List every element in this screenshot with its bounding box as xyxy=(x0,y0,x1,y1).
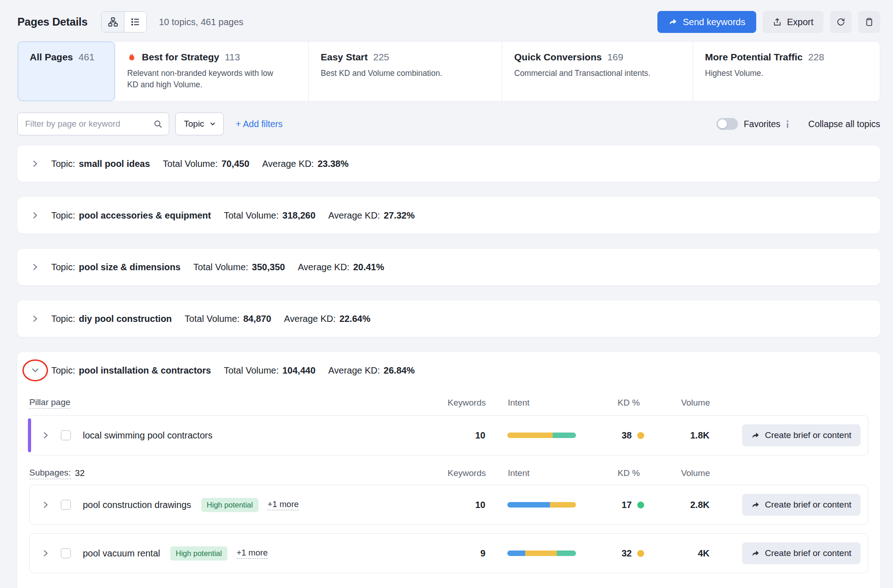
total-volume-label: Total Volume: xyxy=(194,262,248,273)
page-title: Pages Details xyxy=(17,16,87,28)
refresh-button[interactable] xyxy=(830,11,852,33)
row-checkbox[interactable] xyxy=(61,430,71,440)
magnifier-icon[interactable] xyxy=(153,119,162,128)
keywords-count: 10 xyxy=(435,500,485,510)
total-volume-value: 104,440 xyxy=(282,365,315,376)
average-kd-label: Average KD: xyxy=(328,365,380,376)
send-keywords-button[interactable]: Send keywords xyxy=(657,11,756,33)
row-checkbox[interactable] xyxy=(61,500,71,510)
topic-prefix: Topic: xyxy=(51,262,75,273)
page-title-text: pool vacuum rental xyxy=(83,548,160,559)
column-keywords: Keywords xyxy=(436,398,486,408)
topic-card-pool-installation-expanded: Topic: pool installation & contractors T… xyxy=(17,352,880,588)
kd-value: 17 xyxy=(617,500,632,510)
topical-view-button[interactable] xyxy=(102,12,124,32)
filter-bar: Topic + Add filters Favorites Collapse a… xyxy=(17,112,880,135)
tab-count: 461 xyxy=(79,52,95,63)
create-brief-button[interactable]: Create brief or content xyxy=(742,542,861,564)
expand-chevron-icon[interactable] xyxy=(42,501,50,509)
topic-row-diy-pool-construction[interactable]: Topic: diy pool construction Total Volum… xyxy=(17,300,880,337)
collapse-all-topics-link[interactable]: Collapse all topics xyxy=(808,119,880,129)
collapse-chevron[interactable] xyxy=(31,366,39,374)
sitemap-icon xyxy=(108,17,118,27)
topic-dropdown-value: Topic xyxy=(184,119,204,129)
favorites-toggle[interactable] xyxy=(716,118,738,130)
subpage-row-pool-construction-drawings[interactable]: pool construction drawings High potentia… xyxy=(29,485,868,525)
tab-all-pages[interactable]: All Pages 461 xyxy=(18,42,115,101)
export-button[interactable]: Export xyxy=(763,11,823,33)
pillar-page-label[interactable]: Pillar page xyxy=(29,397,70,409)
more-badges-link[interactable]: +1 more xyxy=(237,548,268,559)
create-brief-label: Create brief or content xyxy=(765,500,851,510)
topic-name: pool accessories & equipment xyxy=(79,210,211,221)
high-potential-badge: High potential xyxy=(201,498,258,512)
topic-row-pool-installation-contractors[interactable]: Topic: pool installation & contractors T… xyxy=(29,352,868,389)
pages-details-panel: Pages Details 10 topics, 461 pages xyxy=(0,0,893,588)
forward-arrow-icon xyxy=(751,501,760,509)
expand-chevron-icon[interactable] xyxy=(42,431,50,439)
chevron-right-icon[interactable] xyxy=(31,160,39,168)
topic-row-pool-accessories-equipment[interactable]: Topic: pool accessories & equipment Tota… xyxy=(17,197,880,234)
topic-prefix: Topic: xyxy=(51,210,75,221)
tab-label: All Pages xyxy=(30,52,73,63)
subpages-label[interactable]: Subpages: xyxy=(29,468,71,479)
create-brief-button[interactable]: Create brief or content xyxy=(742,494,861,516)
average-kd-value: 26.84% xyxy=(384,365,415,376)
subpages-table-header: Subpages: 32 Keywords Intent KD % Volume xyxy=(29,462,868,485)
tab-more-potential-traffic[interactable]: More Potential Traffic 228 Highest Volum… xyxy=(693,42,880,101)
chevron-right-icon[interactable] xyxy=(31,211,39,219)
row-checkbox[interactable] xyxy=(61,548,71,558)
tab-description: Commercial and Transactional intents. xyxy=(514,68,665,79)
info-icon[interactable] xyxy=(786,120,789,128)
tab-count: 169 xyxy=(607,52,623,63)
add-filters-link[interactable]: + Add filters xyxy=(236,119,282,129)
topic-summary: Topic: small pool ideas Total Volume: 70… xyxy=(51,159,349,169)
clipboard-button[interactable] xyxy=(858,11,880,33)
kd-score-dot xyxy=(637,432,644,439)
total-volume-value: 350,350 xyxy=(252,262,285,273)
flame-icon xyxy=(127,52,136,62)
topic-row-pool-size-dimensions[interactable]: Topic: pool size & dimensions Total Volu… xyxy=(17,249,880,285)
tab-description: Highest Volume. xyxy=(705,68,856,79)
create-brief-label: Create brief or content xyxy=(765,430,851,440)
header-bar: Pages Details 10 topics, 461 pages xyxy=(17,9,880,35)
kd-score-dot xyxy=(637,502,644,508)
upload-icon xyxy=(773,17,782,27)
list-view-button[interactable] xyxy=(124,12,146,32)
clipboard-icon xyxy=(865,17,874,27)
tab-quick-conversions[interactable]: Quick Conversions 169 Commercial and Tra… xyxy=(502,42,693,101)
create-brief-button[interactable]: Create brief or content xyxy=(742,424,861,446)
chevron-right-icon[interactable] xyxy=(31,315,39,323)
topic-summary: Topic: pool accessories & equipment Tota… xyxy=(51,210,414,221)
volume-value: 1.8K xyxy=(655,430,710,441)
average-kd-value: 23.38% xyxy=(317,159,349,169)
expand-chevron-icon[interactable] xyxy=(42,549,50,557)
tab-best-for-strategy[interactable]: Best for Strategy 113 Relevant non-brand… xyxy=(115,42,308,101)
tab-description: Relevant non-branded keywords with low K… xyxy=(127,68,278,91)
topic-summary: Topic: pool installation & contractors T… xyxy=(51,365,414,376)
keywords-count: 10 xyxy=(435,430,485,441)
topic-name: pool size & dimensions xyxy=(79,262,180,273)
chevron-right-icon[interactable] xyxy=(31,263,39,271)
kd-value: 32 xyxy=(617,548,632,559)
topic-pages-table: Pillar page Keywords Intent KD % Volume … xyxy=(29,389,868,573)
tab-description: Best KD and Volume combination. xyxy=(321,68,472,79)
topic-name: small pool ideas xyxy=(79,159,150,169)
tab-easy-start[interactable]: Easy Start 225 Best KD and Volume combin… xyxy=(308,42,502,101)
chevron-down-icon xyxy=(31,366,39,374)
tab-count: 225 xyxy=(373,52,389,63)
subpages-count: 32 xyxy=(75,468,85,478)
more-badges-link[interactable]: +1 more xyxy=(268,499,299,510)
high-potential-badge: High potential xyxy=(170,546,227,561)
topic-filter-dropdown[interactable]: Topic xyxy=(175,112,224,135)
average-kd-label: Average KD: xyxy=(262,159,314,169)
column-intent: Intent xyxy=(486,468,596,478)
pillar-row-local-swimming-pool-contractors[interactable]: local swimming pool contractors 10 38 1.… xyxy=(29,415,868,455)
forward-arrow-icon xyxy=(668,17,678,27)
search-input[interactable] xyxy=(25,119,153,129)
subpage-row-pool-vacuum-rental[interactable]: pool vacuum rental High potential +1 mor… xyxy=(29,533,868,573)
view-toggle xyxy=(101,11,147,32)
total-volume-value: 318,260 xyxy=(282,210,315,221)
topic-row-small-pool-ideas[interactable]: Topic: small pool ideas Total Volume: 70… xyxy=(17,145,880,182)
topic-name: diy pool construction xyxy=(79,314,172,324)
